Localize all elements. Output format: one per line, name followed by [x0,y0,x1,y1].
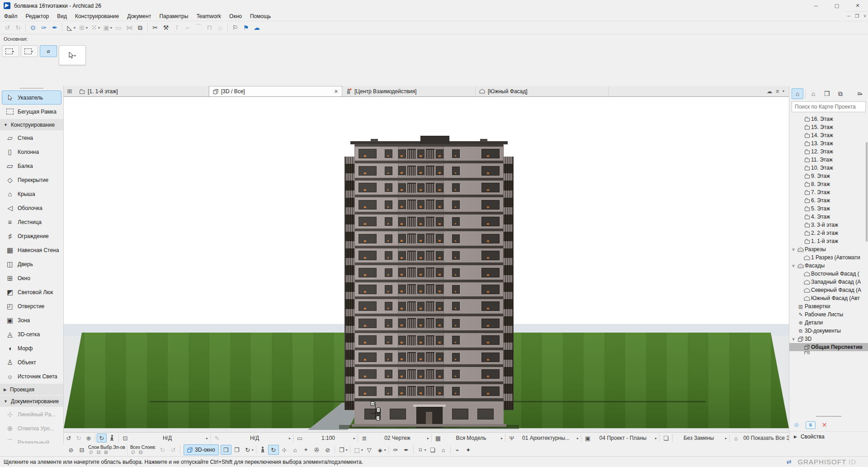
tab-close-icon[interactable]: ✕ [334,89,338,95]
magic-render-icon[interactable]: ✦ [463,445,474,455]
walk-icon[interactable] [110,435,114,441]
gravity-button[interactable]: ⌀ [40,45,57,57]
pen-set-icon[interactable]: Ψ [507,434,517,443]
tree-item[interactable]: ⊕Детали [789,319,868,327]
tree-collapse-icon[interactable]: ∨ [790,263,797,268]
tool-opening[interactable]: ◰Отверстие [2,299,61,313]
tree-item[interactable]: ⧉3D-документы [789,327,868,335]
menu-item[interactable]: Редактор [22,12,53,20]
tree-item[interactable]: Восточный Фасад ( [789,270,868,278]
tree-item[interactable]: 12. Этаж [789,148,868,156]
fillet-icon[interactable]: ⌒ [193,22,204,33]
layer-combination-icon[interactable]: ▣ [583,434,593,443]
cloud-status-icon[interactable]: ☁ [767,88,772,95]
navigator-search-input[interactable] [792,104,865,110]
toolbox-section-view[interactable]: ▶Проекция [0,384,63,395]
cutting-plane-icon[interactable]: ✇ [311,445,322,455]
tree-item[interactable]: Западный Фасад (А [789,278,868,286]
maximize-button[interactable]: ▢ [826,0,847,11]
pen-set-combo[interactable]: 01 Архитектурны...▸ [517,433,580,443]
menu-item[interactable]: Teamwork [192,12,225,20]
tool-door[interactable]: ◫Дверь [2,257,61,271]
filter-elements-icon[interactable]: ▽ [364,445,375,455]
tree-item[interactable]: ∨3D [789,335,868,343]
current-tool-button[interactable]: ▸ [59,45,86,65]
tool-dim-radial[interactable]: ⌒Радиальный ... [2,435,61,443]
menu-item[interactable]: Вид [53,12,71,20]
tree-scrollbar[interactable] [866,142,868,242]
favorites-palette-icon[interactable]: ⚑ [241,22,251,33]
tree-item[interactable]: 16. Этаж [789,115,868,123]
marquee-mode-button[interactable]: ▸ [2,45,19,57]
scale-icon[interactable]: ▭ [295,434,305,443]
tree-item[interactable]: 3. 3-й этаж [789,221,868,229]
tool-wall[interactable]: ▱Стена [2,131,61,145]
hide-selected-layers-icon[interactable]: ∅ [89,450,93,455]
menu-item[interactable]: Окно [225,12,246,20]
mdi-restore-icon[interactable]: ❐ [855,14,859,19]
undo-view-icon[interactable]: ↺ [64,434,74,443]
properties-section[interactable]: ▶ Свойства [789,432,868,442]
perspective-icon[interactable]: ❒ [221,445,231,455]
mdi-collapse-icon[interactable]: ˅ [863,14,866,19]
layer-combination-combo[interactable]: 04 Проект - Планы▸ [593,433,658,443]
resize-icon[interactable]: ⊓ [204,22,215,33]
explore-icon[interactable]: ⊹ [279,445,290,455]
graphisoft-id-logo[interactable]: GRAPHISOFT ID [798,458,856,466]
delete-viewpoint-icon[interactable]: ✕ [822,421,827,429]
marquee-shape-button[interactable]: ▸ [21,45,38,57]
3d-window-button[interactable]: 3D-окно [184,444,219,455]
stretch-icon[interactable]: ⋈ [124,22,135,33]
layer-undo-icon[interactable]: ↺ [168,445,179,455]
lock-selected-layers-icon[interactable]: ⊟ [97,450,100,455]
tree-collapse-icon[interactable]: ∨ [790,337,797,341]
mdi-minimize-icon[interactable]: ─ [847,14,850,19]
building-model[interactable]: y x z [354,138,504,427]
tree-item[interactable]: 5. Этаж [789,205,868,213]
publisher-icon[interactable]: ⧉ [835,88,846,99]
home-view-icon[interactable]: ⌂ [290,445,301,455]
tree-item[interactable] [789,351,868,354]
drawing-layers-icon[interactable]: ≣ [359,434,369,443]
tool-pointer[interactable]: Указатель [2,91,61,105]
render-settings-icon[interactable]: ❏ [427,445,438,455]
tree-item[interactable]: 8. Этаж [789,180,868,188]
tool-object[interactable]: ♙Объект [2,355,61,369]
menu-item[interactable]: Документ [123,12,155,20]
favorites-icon[interactable]: ⚐ [230,22,241,33]
axonometry-icon[interactable]: ❐ [231,445,242,455]
partial-structure-icon[interactable]: ▦ [433,434,443,443]
tab-list-arrow-icon[interactable]: ▾ [783,89,784,93]
overrides-combo[interactable]: Без Замены▸ [674,433,728,443]
quick-hide-icon[interactable]: ⊘ [66,445,76,455]
tool-mesh[interactable]: ◬3D-сетка [2,327,61,341]
tree-item[interactable]: 14. Этаж [789,131,868,139]
tool-window[interactable]: ⊞Окно [2,271,61,285]
tool-zone[interactable]: ▣Зона [2,313,61,327]
navigator-splitter[interactable] [789,414,868,419]
tool-beam[interactable]: ▭Балка [2,159,61,173]
tree-item[interactable]: 13. Этаж [789,139,868,148]
tree-item[interactable]: ▥Развертки [789,302,868,310]
layout-combo[interactable]: Н/Д▸ [222,433,292,443]
renovation-combo[interactable]: 00 Показать Все Э...▸ [741,433,789,443]
tree-item[interactable]: Южный Фасад (Авт [789,294,868,302]
close-button[interactable]: ✕ [847,0,868,11]
view-map-icon[interactable]: ⌂ [807,88,819,99]
roof-tool-icon[interactable]: ⌂ [215,22,226,33]
toolbox-section-document[interactable]: ▼Документирование [0,396,63,407]
unlock-all-layers-icon[interactable]: ⊟ [139,450,142,455]
paste-options-icon[interactable]: ❏ [661,434,671,443]
tree-item[interactable]: Общая Перспектив [789,343,868,351]
corner-icon[interactable]: ⌐ [182,22,193,33]
explore-walk-icon[interactable] [261,447,265,453]
flythrough-icon[interactable]: ⌁ [452,445,463,455]
menu-item[interactable]: Помощь [246,12,275,20]
tree-item[interactable]: 11. Этаж [789,156,868,164]
scale-combo[interactable]: 1:100▸ [305,433,356,443]
minimize-button[interactable]: ─ [806,0,826,11]
tool-curtainwall[interactable]: ▦Навесная Стена [2,243,61,257]
tab-interaction-center[interactable]: [Центр Взаимодействия] [342,86,476,96]
tree-item[interactable]: 4. Этаж [789,213,868,221]
orbit-toggle-icon[interactable]: ↻ [268,445,279,455]
